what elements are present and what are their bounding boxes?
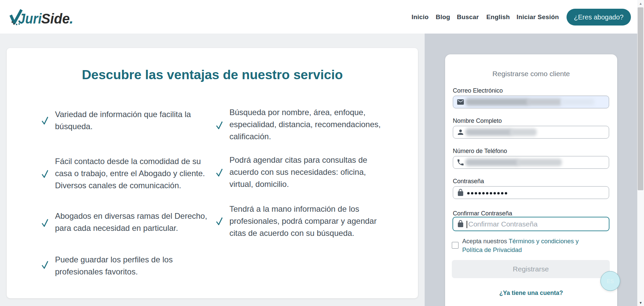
svg-text:.: . — [69, 10, 73, 26]
svg-text:Side: Side — [41, 10, 70, 26]
svg-text:Juri: Juri — [18, 10, 42, 26]
